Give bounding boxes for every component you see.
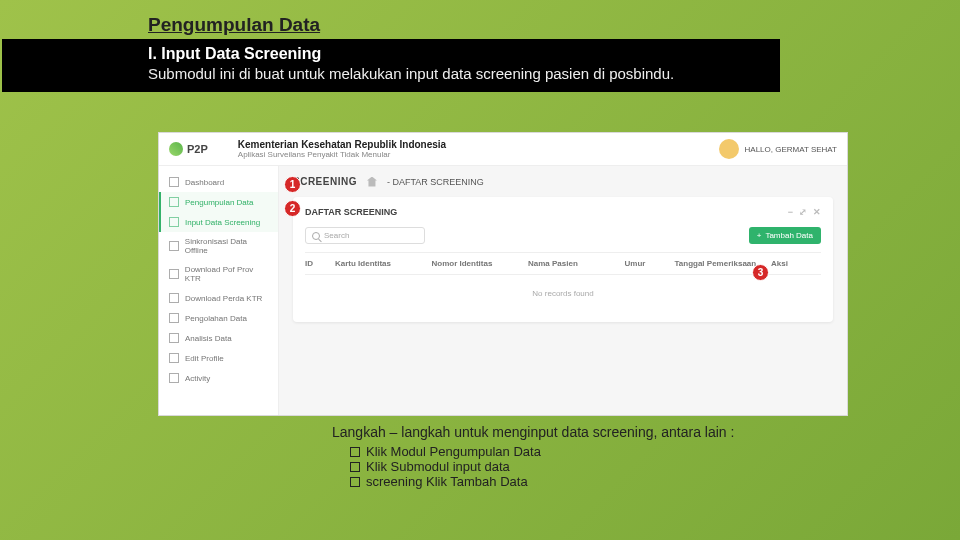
app-header: P2P Kementerian Kesehatan Republik Indon… — [159, 133, 847, 166]
sidebar-item-dashboard[interactable]: Dashboard — [159, 172, 278, 192]
step-1: Klik Modul Pengumpulan Data — [350, 444, 792, 459]
slide-section-box: I. Input Data Screening Submodul ini di … — [2, 39, 780, 92]
clock-icon — [169, 373, 179, 383]
close-icon[interactable]: ✕ — [813, 207, 821, 217]
sidebar-item-label: Download Perda KTR — [185, 294, 262, 303]
callout-3: 3 — [752, 264, 769, 281]
step-2: Klik Submodul input data — [350, 459, 792, 474]
download-icon — [169, 293, 179, 303]
col-aksi: Aksi — [771, 259, 821, 268]
add-button-label: Tambah Data — [765, 231, 813, 240]
bullet-icon — [350, 462, 360, 472]
sidebar-item-sync[interactable]: Sinkronisasi Data Offline — [159, 232, 278, 260]
sidebar-item-label: Edit Profile — [185, 354, 224, 363]
empty-state: No records found — [305, 275, 821, 312]
main-panel: SCREENING - DAFTAR SCREENING DAFTAR SCRE… — [279, 166, 847, 416]
avatar-icon — [719, 139, 739, 159]
logo-icon — [169, 142, 183, 156]
sidebar-item-label: Pengolahan Data — [185, 314, 247, 323]
page-label: SCREENING — [293, 176, 357, 187]
brand-text: P2P — [187, 143, 208, 155]
col-nama: Nama Pasien — [528, 259, 625, 268]
steps-intro: Langkah – langkah untuk menginput data s… — [332, 424, 792, 440]
user-greeting: HALLO, GERMAT SEHAT — [745, 145, 837, 154]
bar-icon — [169, 333, 179, 343]
sidebar-item-analisis[interactable]: Analisis Data — [159, 328, 278, 348]
users-icon — [169, 217, 179, 227]
app-logo: P2P — [169, 142, 208, 156]
section-label: I. Input Data Screening — [148, 45, 770, 63]
sidebar-item-input-screening[interactable]: Input Data Screening — [159, 212, 278, 232]
col-umur: Umur — [625, 259, 675, 268]
expand-icon[interactable]: ⤢ — [799, 207, 807, 217]
sidebar-item-label: Dashboard — [185, 178, 224, 187]
callout-2: 2 — [284, 200, 301, 217]
download-icon — [169, 269, 179, 279]
col-id: ID — [305, 259, 335, 268]
callout-1: 1 — [284, 176, 301, 193]
breadcrumb-text: - DAFTAR SCREENING — [387, 177, 484, 187]
sidebar-item-label: Activity — [185, 374, 210, 383]
col-nomor: Nomor Identitas — [432, 259, 529, 268]
user-icon — [169, 353, 179, 363]
chart-icon — [169, 313, 179, 323]
section-body: Submodul ini di buat untuk melakukan inp… — [148, 65, 770, 82]
add-data-button[interactable]: + Tambah Data — [749, 227, 821, 244]
app-screenshot: P2P Kementerian Kesehatan Republik Indon… — [158, 132, 848, 416]
col-kartu: Kartu Identitas — [335, 259, 432, 268]
gear-icon — [169, 197, 179, 207]
sidebar: Dashboard Pengumpulan Data Input Data Sc… — [159, 166, 279, 416]
breadcrumb-row: SCREENING - DAFTAR SCREENING — [293, 176, 833, 187]
screening-card: DAFTAR SCREENING − ⤢ ✕ Search + Tambah D… — [293, 197, 833, 322]
sidebar-item-pengolahan[interactable]: Pengolahan Data — [159, 308, 278, 328]
home-icon[interactable] — [367, 177, 377, 187]
card-title: DAFTAR SCREENING — [305, 207, 397, 217]
sidebar-item-download-perda[interactable]: Download Perda KTR — [159, 288, 278, 308]
slide-title: Pengumpulan Data — [148, 14, 848, 36]
sidebar-item-label: Sinkronisasi Data Offline — [185, 237, 270, 255]
sidebar-item-pengumpulan[interactable]: Pengumpulan Data — [159, 192, 278, 212]
table-header: ID Kartu Identitas Nomor Identitas Nama … — [305, 252, 821, 275]
header-text: Kementerian Kesehatan Republik Indonesia… — [238, 139, 446, 159]
sidebar-item-download-prov[interactable]: Download Pof Prov KTR — [159, 260, 278, 288]
plus-icon: + — [757, 231, 762, 240]
bullet-icon — [350, 447, 360, 457]
sidebar-item-label: Download Pof Prov KTR — [185, 265, 270, 283]
minus-icon[interactable]: − — [788, 207, 793, 217]
step-3: screening Klik Tambah Data — [350, 474, 792, 489]
sidebar-item-edit-profile[interactable]: Edit Profile — [159, 348, 278, 368]
sync-icon — [169, 241, 179, 251]
grid-icon — [169, 177, 179, 187]
ministry-subtitle: Aplikasi Surveilans Penyakit Tidak Menul… — [238, 150, 446, 159]
search-input[interactable]: Search — [305, 227, 425, 244]
search-icon — [312, 232, 320, 240]
sidebar-item-label: Pengumpulan Data — [185, 198, 254, 207]
user-chip[interactable]: HALLO, GERMAT SEHAT — [719, 139, 837, 159]
sidebar-item-label: Input Data Screening — [185, 218, 260, 227]
sidebar-item-label: Analisis Data — [185, 334, 232, 343]
steps-block: Langkah – langkah untuk menginput data s… — [332, 424, 792, 489]
bullet-icon — [350, 477, 360, 487]
sidebar-item-activity[interactable]: Activity — [159, 368, 278, 388]
search-placeholder: Search — [324, 231, 349, 240]
ministry-title: Kementerian Kesehatan Republik Indonesia — [238, 139, 446, 150]
